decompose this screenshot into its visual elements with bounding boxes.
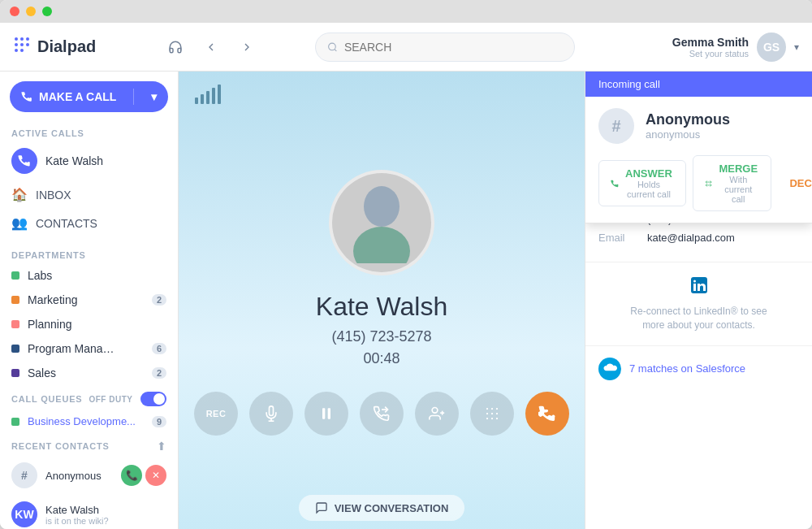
dept-item-sales[interactable]: Sales 2	[0, 361, 178, 385]
merge-button[interactable]: MERGE With current call	[693, 155, 772, 211]
transfer-button[interactable]	[360, 392, 404, 436]
decline-anonymous-button[interactable]: ✕	[145, 465, 166, 486]
user-area: Gemma Smith Set your status GS ▾	[672, 33, 799, 62]
svg-point-2	[26, 37, 29, 41]
minimize-button[interactable]	[26, 7, 36, 16]
call-timer: 00:48	[363, 350, 400, 367]
linkedin-icon	[598, 275, 799, 300]
svg-point-3	[15, 43, 18, 46]
dept-dot-labs	[11, 271, 19, 280]
make-call-label: MAKE A CALL	[39, 90, 116, 103]
phone-icon-small	[18, 154, 31, 167]
right-panel: Incoming call # Anonymous anonymous	[585, 72, 812, 529]
dept-item-program[interactable]: Program Manageme... 6	[0, 336, 178, 361]
main-call-area: Kate Walsh (415) 723-5278 00:48 REC	[179, 72, 585, 529]
svg-point-5	[26, 43, 29, 46]
recent-contacts-label: RECENT CONTACTS	[11, 441, 110, 451]
answer-sub: Holds current call	[624, 180, 674, 199]
recent-contact-kate[interactable]: KW Kate Walsh is it on the wiki?	[0, 495, 178, 529]
dept-name-sales: Sales	[28, 366, 56, 379]
add-call-button[interactable]	[415, 392, 459, 436]
answer-button[interactable]: ANSWER Holds current call	[598, 160, 686, 206]
caller-name-main: Kate Walsh	[316, 292, 447, 322]
contacts-item[interactable]: 👥 CONTACTS	[0, 209, 178, 237]
export-icon[interactable]: ⬆	[157, 440, 166, 453]
call-queues-label: CALL QUEUES	[11, 394, 82, 404]
inbox-icon: 🏠	[11, 187, 28, 202]
maximize-button[interactable]	[42, 7, 52, 16]
svg-point-22	[496, 408, 498, 410]
dept-dot-sales	[11, 369, 19, 377]
dept-dot-program	[11, 345, 19, 353]
incoming-caller-name: Anonymous	[646, 111, 730, 128]
merge-icon	[705, 178, 712, 189]
inbox-label: INBOX	[36, 189, 71, 202]
call-anonymous-button[interactable]: 📞	[121, 465, 142, 486]
contact-name-kate: Kate Walsh	[45, 504, 166, 516]
keypad-button[interactable]	[470, 392, 514, 436]
signal-bar-3	[206, 91, 209, 104]
contact-details-section: mobile (617) 365-0463 Email kate@dialpad…	[585, 202, 812, 392]
dept-dot-marketing	[11, 296, 19, 304]
right-panel-content: Incoming call # Anonymous anonymous	[585, 72, 812, 529]
incoming-call-popup: Incoming call # Anonymous anonymous	[585, 72, 812, 223]
recent-contact-anonymous[interactable]: # Anonymous 📞 ✕	[0, 456, 178, 495]
contacts-icon: 👥	[11, 215, 28, 231]
view-conversation-button[interactable]: VIEW CONVERSATION	[299, 495, 465, 521]
dept-item-marketing[interactable]: Marketing 2	[0, 288, 178, 312]
merge-sub: With current call	[717, 175, 759, 204]
hold-button[interactable]	[304, 392, 348, 436]
dept-badge-marketing: 2	[152, 294, 166, 306]
search-input[interactable]	[344, 41, 563, 54]
svg-point-20	[486, 408, 488, 410]
answer-label: ANSWER	[625, 167, 672, 180]
queue-item-bizdev[interactable]: Business Developme... 9	[0, 410, 178, 433]
close-button[interactable]	[10, 7, 19, 16]
linkedin-section: Re-connect to LinkedIn® to seemore about…	[585, 262, 812, 346]
svg-point-28	[496, 418, 498, 419]
queue-name-bizdev: Business Developme...	[28, 415, 136, 427]
make-call-chevron-icon: ▾	[151, 90, 157, 103]
salesforce-section[interactable]: 7 matches on Salesforce	[585, 346, 812, 392]
headset-button[interactable]	[162, 34, 188, 60]
call-queues-header-area: CALL QUEUES OFF DUTY	[0, 385, 178, 410]
svg-point-21	[491, 408, 493, 410]
transfer-icon	[374, 405, 390, 422]
inbox-item[interactable]: 🏠 INBOX	[0, 180, 178, 209]
chevron-down-icon[interactable]: ▾	[794, 41, 799, 53]
email-value: kate@dialpad.com	[647, 232, 735, 244]
queue-badge-bizdev: 9	[152, 416, 166, 427]
contact-actions-anonymous: 📞 ✕	[121, 465, 166, 486]
active-call-item[interactable]: Kate Walsh	[0, 141, 178, 180]
caller-photo	[329, 170, 434, 275]
svg-point-27	[491, 418, 493, 419]
svg-line-9	[335, 49, 336, 50]
mute-button[interactable]	[249, 392, 293, 436]
svg-point-0	[15, 37, 18, 41]
topnav: Dialpad	[0, 23, 812, 72]
svg-point-23	[486, 413, 488, 414]
off-duty-toggle[interactable]	[140, 392, 166, 406]
dept-item-labs[interactable]: Labs	[0, 263, 178, 288]
hangup-button[interactable]	[525, 392, 569, 436]
dialpad-icon	[13, 36, 31, 58]
make-call-button[interactable]: MAKE A CALL ▾	[10, 81, 168, 112]
record-button[interactable]: REC	[194, 392, 238, 436]
add-user-icon	[429, 405, 445, 422]
svg-rect-15	[328, 408, 330, 418]
queue-dot-bizdev	[11, 418, 19, 426]
active-call-name: Kate Walsh	[45, 154, 103, 167]
salesforce-icon	[598, 358, 621, 380]
contact-info-kate: Kate Walsh is it on the wiki?	[45, 504, 166, 526]
dept-badge-sales: 2	[152, 367, 166, 379]
person-photo	[349, 182, 414, 263]
decline-button[interactable]: DECLINE	[778, 171, 812, 196]
forward-button[interactable]	[234, 34, 260, 60]
svg-point-4	[20, 43, 24, 46]
back-button[interactable]	[198, 34, 224, 60]
dept-badge-program: 6	[152, 343, 166, 354]
signal-bar-1	[195, 98, 198, 104]
merge-label: MERGE	[719, 163, 758, 175]
search-bar[interactable]	[315, 33, 575, 62]
dept-item-planning[interactable]: Planning	[0, 312, 178, 336]
